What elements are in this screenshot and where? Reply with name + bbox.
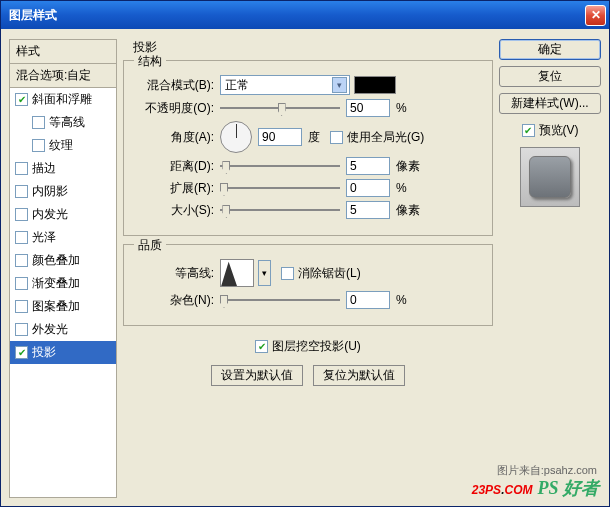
size-row: 大小(S): 5 像素 bbox=[134, 201, 482, 219]
style-item-4[interactable]: 内阴影 bbox=[10, 180, 116, 203]
style-item-label: 描边 bbox=[32, 160, 56, 177]
angle-input[interactable]: 90 bbox=[258, 128, 302, 146]
window-title: 图层样式 bbox=[9, 7, 57, 24]
svg-marker-0 bbox=[221, 262, 253, 286]
noise-row: 杂色(N): 0 % bbox=[134, 291, 482, 309]
spread-label: 扩展(R): bbox=[134, 180, 214, 197]
style-item-1[interactable]: 等高线 bbox=[10, 111, 116, 134]
antialias-checkbox[interactable]: 消除锯齿(L) bbox=[281, 265, 361, 282]
noise-input[interactable]: 0 bbox=[346, 291, 390, 309]
noise-unit: % bbox=[396, 293, 407, 307]
style-item-label: 投影 bbox=[32, 344, 56, 361]
blend-mode-select[interactable]: 正常 ▾ bbox=[220, 75, 350, 95]
style-item-8[interactable]: 渐变叠加 bbox=[10, 272, 116, 295]
style-item-label: 内发光 bbox=[32, 206, 68, 223]
checkbox-icon bbox=[15, 300, 28, 313]
checkbox-icon bbox=[255, 340, 268, 353]
checkbox-icon bbox=[15, 93, 28, 106]
style-item-3[interactable]: 描边 bbox=[10, 157, 116, 180]
blend-options-row[interactable]: 混合选项:自定 bbox=[9, 64, 117, 88]
chevron-down-icon[interactable]: ▾ bbox=[258, 260, 271, 286]
style-item-9[interactable]: 图案叠加 bbox=[10, 295, 116, 318]
panel-title: 投影 bbox=[133, 39, 493, 56]
distance-row: 距离(D): 5 像素 bbox=[134, 157, 482, 175]
style-item-5[interactable]: 内发光 bbox=[10, 203, 116, 226]
contour-label: 等高线: bbox=[134, 265, 214, 282]
checkbox-icon bbox=[32, 116, 45, 129]
preview-checkbox[interactable]: 预览(V) bbox=[499, 122, 601, 139]
blend-mode-row: 混合模式(B): 正常 ▾ bbox=[134, 75, 482, 95]
shadow-color-swatch[interactable] bbox=[354, 76, 396, 94]
opacity-unit: % bbox=[396, 101, 407, 115]
titlebar: 图层样式 ✕ bbox=[1, 1, 609, 29]
distance-input[interactable]: 5 bbox=[346, 157, 390, 175]
checkbox-icon bbox=[15, 162, 28, 175]
preview-label: 预览(V) bbox=[539, 122, 579, 139]
opacity-slider[interactable] bbox=[220, 100, 340, 116]
spread-slider[interactable] bbox=[220, 180, 340, 196]
angle-label: 角度(A): bbox=[134, 129, 214, 146]
checkbox-icon bbox=[15, 185, 28, 198]
noise-label: 杂色(N): bbox=[134, 292, 214, 309]
quality-group: 品质 等高线: ▾ 消除锯齿(L) 杂色(N): 0 % bbox=[123, 244, 493, 326]
style-item-label: 等高线 bbox=[49, 114, 85, 131]
chevron-down-icon: ▾ bbox=[332, 77, 347, 93]
checkbox-icon bbox=[281, 267, 294, 280]
size-label: 大小(S): bbox=[134, 202, 214, 219]
knockout-checkbox[interactable]: 图层挖空投影(U) bbox=[123, 338, 493, 355]
distance-slider[interactable] bbox=[220, 158, 340, 174]
style-item-0[interactable]: 斜面和浮雕 bbox=[10, 88, 116, 111]
opacity-input[interactable]: 50 bbox=[346, 99, 390, 117]
angle-unit: 度 bbox=[308, 129, 320, 146]
structure-legend: 结构 bbox=[134, 53, 166, 70]
contour-row: 等高线: ▾ 消除锯齿(L) bbox=[134, 259, 482, 287]
blend-mode-value: 正常 bbox=[225, 77, 249, 94]
checkbox-icon bbox=[15, 231, 28, 244]
action-panel: 确定 复位 新建样式(W)... 预览(V) bbox=[499, 39, 601, 498]
close-button[interactable]: ✕ bbox=[585, 5, 606, 26]
size-slider[interactable] bbox=[220, 202, 340, 218]
quality-legend: 品质 bbox=[134, 237, 166, 254]
spread-unit: % bbox=[396, 181, 407, 195]
ok-button[interactable]: 确定 bbox=[499, 39, 601, 60]
checkbox-icon bbox=[15, 346, 28, 359]
spread-row: 扩展(R): 0 % bbox=[134, 179, 482, 197]
checkbox-icon bbox=[330, 131, 343, 144]
style-item-7[interactable]: 颜色叠加 bbox=[10, 249, 116, 272]
knockout-row: 图层挖空投影(U) bbox=[123, 334, 493, 359]
style-item-label: 斜面和浮雕 bbox=[32, 91, 92, 108]
style-item-11[interactable]: 投影 bbox=[10, 341, 116, 364]
reset-default-button[interactable]: 复位为默认值 bbox=[313, 365, 405, 386]
dialog-body: 样式 混合选项:自定 斜面和浮雕等高线纹理描边内阴影内发光光泽颜色叠加渐变叠加图… bbox=[1, 29, 609, 506]
new-style-button[interactable]: 新建样式(W)... bbox=[499, 93, 601, 114]
distance-label: 距离(D): bbox=[134, 158, 214, 175]
distance-unit: 像素 bbox=[396, 158, 420, 175]
contour-picker[interactable] bbox=[220, 259, 254, 287]
styles-panel: 样式 混合选项:自定 斜面和浮雕等高线纹理描边内阴影内发光光泽颜色叠加渐变叠加图… bbox=[9, 39, 117, 498]
set-default-button[interactable]: 设置为默认值 bbox=[211, 365, 303, 386]
spread-input[interactable]: 0 bbox=[346, 179, 390, 197]
style-item-6[interactable]: 光泽 bbox=[10, 226, 116, 249]
blend-mode-label: 混合模式(B): bbox=[134, 77, 214, 94]
global-light-checkbox[interactable]: 使用全局光(G) bbox=[330, 129, 424, 146]
checkbox-icon bbox=[15, 254, 28, 267]
style-item-2[interactable]: 纹理 bbox=[10, 134, 116, 157]
style-item-label: 纹理 bbox=[49, 137, 73, 154]
knockout-label: 图层挖空投影(U) bbox=[272, 338, 361, 355]
preview-thumbnail bbox=[520, 147, 580, 207]
checkbox-icon bbox=[15, 323, 28, 336]
angle-dial[interactable] bbox=[220, 121, 252, 153]
size-input[interactable]: 5 bbox=[346, 201, 390, 219]
style-item-10[interactable]: 外发光 bbox=[10, 318, 116, 341]
style-item-label: 渐变叠加 bbox=[32, 275, 80, 292]
styles-header[interactable]: 样式 bbox=[9, 39, 117, 64]
close-icon: ✕ bbox=[591, 8, 601, 22]
cancel-button[interactable]: 复位 bbox=[499, 66, 601, 87]
style-item-label: 外发光 bbox=[32, 321, 68, 338]
style-item-label: 光泽 bbox=[32, 229, 56, 246]
settings-panel: 投影 结构 混合模式(B): 正常 ▾ 不透明度(O): 50 % bbox=[123, 39, 493, 498]
noise-slider[interactable] bbox=[220, 292, 340, 308]
checkbox-icon bbox=[15, 277, 28, 290]
antialias-label: 消除锯齿(L) bbox=[298, 265, 361, 282]
size-unit: 像素 bbox=[396, 202, 420, 219]
